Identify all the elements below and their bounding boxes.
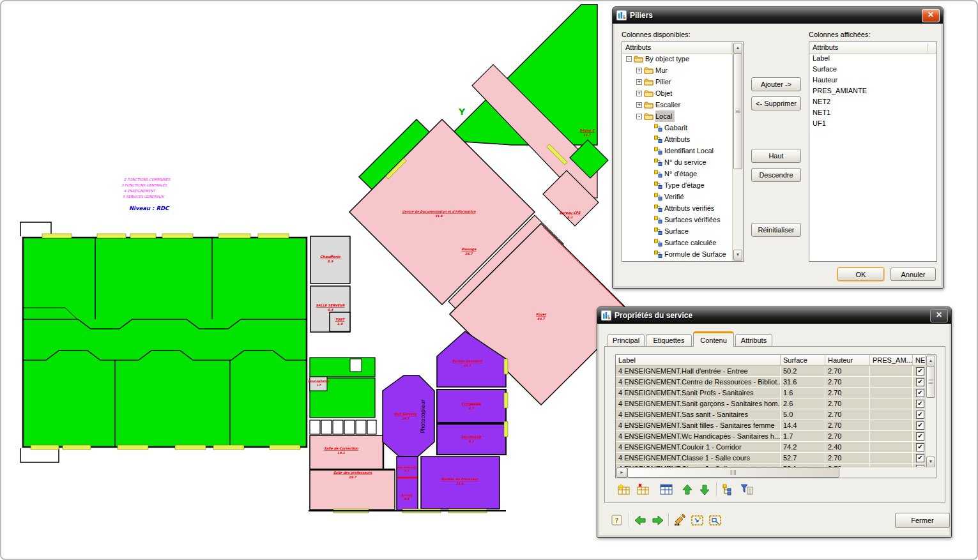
delete-row-icon[interactable] — [636, 482, 651, 497]
ok-button[interactable]: OK — [837, 268, 884, 281]
checkbox-icon[interactable]: ✔ — [916, 411, 924, 419]
checkbox-icon[interactable]: ✔ — [916, 378, 924, 386]
edit-table-icon[interactable] — [659, 482, 674, 497]
proprietes-titlebar[interactable]: Propriétés du service ✕ — [597, 307, 951, 324]
column-header-surface[interactable]: Surface — [781, 355, 825, 365]
tree-item-surfaces-v-rifi-es[interactable]: Surfaces vérifiées — [622, 214, 732, 225]
displayed-columns-list[interactable]: Attributs LabelSurfaceHauteurPRES_AMIANT… — [809, 42, 937, 262]
tree-toggle-icon[interactable]: + — [636, 68, 642, 73]
column-header-pres-am-[interactable]: PRES_AM... — [870, 355, 913, 365]
table-row[interactable]: 4 ENSEIGNEMENT.Sanit garçons - Sanitaire… — [616, 398, 936, 409]
tree-item-gabarit[interactable]: Gabarit — [622, 122, 732, 133]
content-table[interactable]: LabelSurfaceHauteurPRES_AM...NE 4 ENSEIG… — [615, 354, 936, 478]
hierarchy-icon[interactable] — [720, 482, 735, 497]
table-row[interactable]: 4 ENSEIGNEMENT.Wc Handicapés - Sanitaire… — [616, 431, 936, 442]
checkbox-icon[interactable]: ✔ — [916, 389, 924, 397]
previous-icon[interactable] — [632, 513, 648, 528]
scroll-up-icon[interactable]: ▲ — [733, 43, 742, 54]
table-vscroll-thumb[interactable] — [926, 366, 935, 398]
tree-item-n-du-service[interactable]: N° du service — [622, 156, 732, 168]
piliers-titlebar[interactable]: Piliers ✕ — [613, 7, 943, 24]
table-header-row[interactable]: LabelSurfaceHauteurPRES_AM...NE — [616, 355, 936, 366]
checkbox-icon[interactable]: ✔ — [916, 432, 924, 441]
next-icon[interactable] — [650, 513, 666, 528]
tree-item-by-object-type[interactable]: -By object type — [622, 53, 732, 64]
displayed-column-item[interactable]: NET2 — [809, 96, 936, 107]
fermer-button[interactable]: Fermer — [895, 513, 950, 528]
scroll-down-icon[interactable]: ▼ — [926, 457, 935, 467]
remove-button[interactable]: <- Supprimer — [751, 96, 801, 110]
tab-etiquettes[interactable]: Etiquettes — [646, 334, 692, 347]
tree-item-surface[interactable]: Surface — [622, 225, 732, 237]
tab-contenu[interactable]: Contenu — [693, 331, 734, 347]
tab-principal[interactable]: Principal — [607, 334, 645, 347]
column-header-hauteur[interactable]: Hauteur — [825, 355, 870, 365]
tab-attributs[interactable]: Attributs — [735, 334, 772, 347]
close-icon[interactable]: ✕ — [922, 9, 940, 22]
column-header-ne[interactable]: NE — [913, 355, 926, 365]
displayed-column-item[interactable]: UF1 — [809, 118, 936, 129]
tree-item-attributs[interactable]: Attributs — [622, 133, 732, 145]
add-row-icon[interactable] — [616, 482, 632, 497]
displayed-column-item[interactable]: Surface — [809, 64, 936, 75]
checkbox-icon[interactable]: ✔ — [916, 421, 924, 430]
table-row[interactable]: 4 ENSEIGNEMENT.Sas sanit - Sanitaires5.0… — [616, 409, 936, 420]
displayed-column-item[interactable]: Label — [809, 53, 936, 64]
tree-item-n-d-tage[interactable]: N° d'étage — [622, 168, 732, 179]
plan-zoom-icon[interactable] — [708, 513, 723, 528]
svg-text:26.7: 26.7 — [465, 252, 473, 255]
tree-item-attributs-v-rifi-s[interactable]: Attributs vérifiés — [622, 202, 732, 214]
reset-button[interactable]: Réinitialiser — [751, 223, 801, 237]
up-button[interactable]: Haut — [751, 149, 801, 163]
available-columns-tree[interactable]: Attributs -By object type+Mur+Pilier+Obj… — [622, 42, 744, 262]
tree-item-surface-calcul-e[interactable]: Surface calculée — [622, 237, 732, 248]
displayed-column-item[interactable]: PRES_AMIANTE — [809, 86, 936, 96]
tree-item-escalier[interactable]: +Escalier — [622, 99, 732, 110]
move-down-icon[interactable] — [697, 482, 712, 497]
table-row[interactable]: 4 ENSEIGNEMENT.Sanit filles - Sanitaires… — [616, 420, 936, 431]
tree-item-formule-de-surface[interactable]: Formule de Surface — [622, 248, 732, 260]
tree-toggle-icon[interactable]: + — [636, 102, 642, 108]
displayed-column-item[interactable]: NET1 — [809, 107, 936, 118]
scroll-right-icon[interactable]: ► — [616, 467, 627, 478]
plan-locate-icon[interactable] — [690, 513, 705, 528]
table-row[interactable]: 4 ENSEIGNEMENT.Couloir 1 - Corridor74.22… — [616, 442, 936, 453]
tree-scroll-thumb[interactable] — [733, 53, 742, 169]
add-button[interactable]: Ajouter -> — [751, 77, 801, 91]
move-up-icon[interactable] — [680, 482, 695, 497]
table-row[interactable]: 4 ENSEIGNEMENT.Hall d'entrée - Entree50.… — [616, 366, 936, 377]
table-hscroll-thumb[interactable] — [627, 467, 839, 478]
tree-toggle-icon[interactable]: - — [636, 114, 642, 119]
tree-toggle-icon[interactable]: + — [636, 79, 642, 85]
table-row[interactable]: 4 ENSEIGNEMENT.Classe 1 - Salle cours52.… — [616, 453, 936, 464]
checkbox-icon[interactable]: ✔ — [916, 400, 924, 408]
tree-item-local[interactable]: -Local — [622, 110, 732, 122]
tree-scrollbar[interactable]: ▲ ▼ — [732, 42, 743, 261]
scroll-down-icon[interactable]: ▼ — [733, 250, 742, 261]
tree-toggle-icon[interactable]: + — [636, 91, 642, 96]
checkbox-icon[interactable]: ✔ — [916, 454, 924, 462]
cancel-button[interactable]: Annuler — [890, 268, 936, 281]
tree-item-type-d-tage[interactable]: Type d'étage — [622, 179, 732, 191]
checkbox-icon[interactable]: ✔ — [916, 367, 924, 375]
tree-item-pilier[interactable]: +Pilier — [622, 76, 732, 87]
close-icon[interactable]: ✕ — [930, 309, 948, 322]
displayed-column-item[interactable]: Hauteur — [809, 75, 936, 86]
tree-item-mur[interactable]: +Mur — [622, 64, 732, 76]
paint-icon[interactable] — [672, 513, 687, 528]
column-header-label[interactable]: Label — [616, 355, 781, 365]
down-button[interactable]: Descendre — [751, 168, 801, 182]
scroll-up-icon[interactable]: ▲ — [926, 356, 935, 367]
tree-item-verifi-[interactable]: Verifié — [622, 191, 732, 202]
tree-item-objet[interactable]: +Objet — [622, 87, 732, 99]
table-vscrollbar[interactable]: ▲ ▼ — [925, 355, 936, 468]
filter-icon[interactable] — [739, 482, 754, 497]
tree-toggle-icon[interactable]: - — [626, 56, 632, 62]
tree-item-type-de-surface[interactable]: Type de Surface — [622, 260, 732, 261]
checkbox-icon[interactable]: ✔ — [916, 443, 924, 451]
table-hscrollbar[interactable]: ◄ ► — [616, 467, 936, 478]
table-row[interactable]: 4 ENSEIGNEMENT.Sanit Profs - Sanitaires1… — [616, 388, 936, 398]
table-row[interactable]: 4 ENSEIGNEMENT.Centre de Ressources - Bi… — [616, 377, 936, 388]
tree-item-identifiant-local[interactable]: Identifiant Local — [622, 145, 732, 156]
help-icon[interactable]: ? — [609, 513, 625, 528]
